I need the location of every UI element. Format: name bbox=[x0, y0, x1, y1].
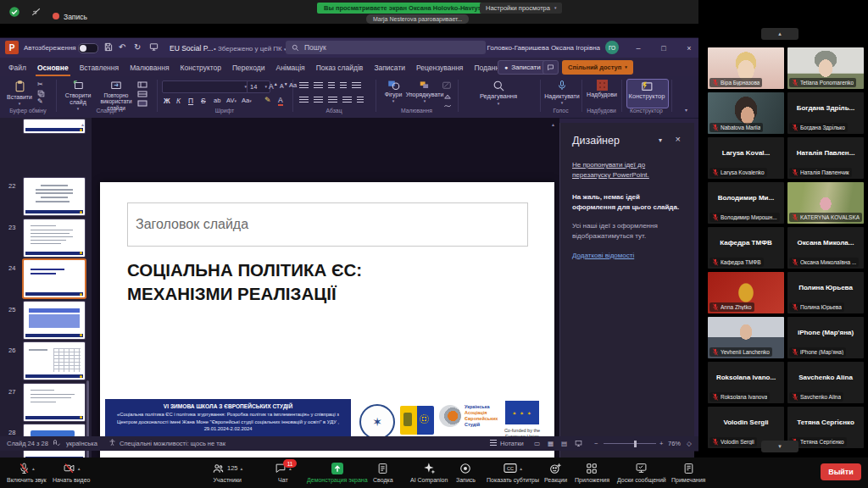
participant-tile[interactable]: Віра Бурназова bbox=[708, 47, 784, 89]
spellcheck-icon[interactable] bbox=[53, 439, 60, 446]
numbering-icon[interactable] bbox=[314, 82, 323, 89]
indent-decrease-icon[interactable] bbox=[328, 82, 335, 89]
record-button[interactable]: ●Записати bbox=[498, 60, 548, 75]
justify-icon[interactable] bbox=[342, 97, 352, 103]
current-slide[interactable]: Заголовок слайда СОЦІАЛЬНА ПОЛІТИКА ЄС: … bbox=[100, 182, 554, 469]
collapse-pane-icon[interactable]: ▾ bbox=[659, 136, 662, 144]
toolbar-apps-button[interactable]: Приложения bbox=[575, 461, 609, 483]
chevron-up-icon[interactable]: ▴ bbox=[241, 466, 243, 471]
char-spacing-button[interactable]: AV▾ bbox=[226, 97, 236, 104]
tab-Записати[interactable]: Записати bbox=[372, 61, 407, 76]
participant-tile[interactable]: Полина ЮрьеваПолина Юрьева bbox=[787, 272, 864, 313]
font-size-select[interactable]: 14▾ bbox=[247, 80, 270, 93]
participant-tile[interactable]: KATERYNA KOVALSKA bbox=[787, 182, 864, 224]
slide-heading[interactable]: СОЦІАЛЬНА ПОЛІТИКА ЄС: МЕХАНІЗМИ РЕАЛІЗА… bbox=[127, 258, 362, 307]
font-name-select[interactable]: ▾ bbox=[162, 80, 250, 93]
account-name[interactable]: Головко-Гавришева Оксана Ігорівна bbox=[475, 44, 600, 52]
bold-button[interactable]: Ж bbox=[164, 97, 170, 105]
view-slideshow-icon[interactable] bbox=[575, 440, 582, 447]
grow-font-icon[interactable]: A▲ bbox=[269, 81, 278, 91]
toolbar-share-button[interactable]: Демонстрация экрана bbox=[307, 461, 368, 483]
toolbar-start-video-button[interactable]: ▴Начать видео bbox=[53, 461, 90, 483]
shadow-button[interactable]: ab bbox=[214, 97, 220, 104]
chevron-up-icon[interactable]: ▴ bbox=[520, 466, 522, 471]
shrink-font-icon[interactable]: A▼ bbox=[280, 81, 288, 89]
addins-button[interactable]: Надбудови bbox=[586, 80, 618, 98]
tab-Показ слайдів[interactable]: Показ слайдів bbox=[314, 61, 365, 76]
arrange-button[interactable]: Упорядкувати▾ bbox=[408, 80, 442, 103]
slide-title-placeholder[interactable]: Заголовок слайда bbox=[127, 202, 528, 247]
sections-icon[interactable] bbox=[137, 100, 147, 107]
leave-meeting-button[interactable]: Выйти bbox=[821, 463, 861, 480]
participant-tile[interactable]: Roksolana Ivano...Roksolana Ivanova bbox=[708, 362, 784, 403]
participant-tile[interactable]: Кафедра ТМФВКафедра ТМФВ bbox=[708, 227, 784, 269]
zoom-out-button[interactable]: − bbox=[594, 440, 598, 447]
chevron-up-icon[interactable]: ▴ bbox=[32, 466, 35, 471]
tab-Малювання[interactable]: Малювання bbox=[128, 61, 170, 76]
close-button[interactable]: × bbox=[680, 42, 698, 54]
slide-thumbnail-22[interactable] bbox=[24, 178, 85, 215]
strikethrough-button[interactable]: S bbox=[201, 97, 206, 105]
slide-thumbnail-23[interactable] bbox=[24, 219, 85, 257]
columns-icon[interactable] bbox=[357, 97, 364, 103]
shape-fill-icon[interactable] bbox=[443, 93, 452, 101]
document-title[interactable]: EU Social P... bbox=[170, 44, 213, 53]
reset-slide-icon[interactable] bbox=[137, 91, 147, 97]
avatar[interactable]: ГО bbox=[605, 41, 619, 54]
participant-tile[interactable]: Anna Zhytko bbox=[708, 272, 784, 313]
editing-button[interactable]: Редагування▾ bbox=[476, 80, 520, 106]
toolbar-chat-button[interactable]: 11▴Чат bbox=[275, 461, 292, 483]
next-page-button[interactable]: ▾ bbox=[761, 441, 798, 452]
zoom-slider-thumb[interactable] bbox=[634, 441, 637, 447]
participant-tile[interactable]: Yevhenii Lanchenko bbox=[708, 317, 784, 358]
tab-Анімація[interactable]: Анімація bbox=[275, 61, 307, 76]
participant-tile[interactable]: Tetiana Ponomarenko bbox=[787, 47, 864, 89]
share-button[interactable]: Спільний доступ▾ bbox=[562, 60, 633, 75]
bullets-icon[interactable] bbox=[299, 82, 309, 89]
tab-Конструктор[interactable]: Конструктор bbox=[179, 61, 223, 76]
font-color-button[interactable]: A bbox=[278, 96, 283, 106]
view-sorter-icon[interactable]: ▦ bbox=[548, 440, 554, 447]
tab-Файл[interactable]: Файл bbox=[7, 61, 28, 76]
copy-icon[interactable] bbox=[37, 90, 45, 97]
participant-tile[interactable]: iPhone (Мар'яна)iPhone (Мар'яна) bbox=[787, 317, 864, 358]
more-info-link[interactable]: Додаткові відомості bbox=[572, 252, 682, 259]
comments-button[interactable] bbox=[542, 60, 559, 75]
save-icon[interactable] bbox=[103, 42, 113, 52]
minimize-button[interactable]: – bbox=[629, 42, 648, 54]
toolbar-record-button[interactable]: Запись bbox=[456, 461, 476, 483]
toolbar-boards-button[interactable]: Доски сообщений bbox=[617, 461, 666, 483]
tab-Рецензування[interactable]: Рецензування bbox=[415, 61, 465, 76]
participant-tile[interactable]: Nabatova Mariia bbox=[708, 92, 784, 134]
align-left-icon[interactable] bbox=[299, 97, 309, 103]
toolbar-reactions-button[interactable]: Реакции bbox=[544, 461, 567, 483]
format-painter-icon[interactable]: ✎ bbox=[37, 97, 43, 105]
clear-format-icon[interactable]: Aa bbox=[289, 81, 297, 89]
scroll-up-icon[interactable]: ▴ bbox=[81, 121, 84, 127]
dictate-button[interactable]: Надиктувати▾ bbox=[546, 80, 578, 105]
fit-slide-icon[interactable]: ◇ bbox=[687, 440, 692, 447]
accessibility-icon[interactable] bbox=[108, 439, 116, 446]
designer-button[interactable] bbox=[626, 79, 669, 108]
indent-increase-icon[interactable] bbox=[340, 82, 347, 89]
change-case-button[interactable]: Aa▾ bbox=[242, 97, 252, 104]
participant-tile[interactable]: Larysa Koval...Larysa Kovalenko bbox=[708, 137, 784, 179]
toolbar-captions-button[interactable]: CC▴Показать субтитры bbox=[487, 461, 539, 483]
participant-tile[interactable]: Богдана Здріль...Богдана Здрілько bbox=[787, 92, 864, 134]
participant-tile[interactable]: Оксана Микола...Оксана Миколаївна ... bbox=[787, 227, 864, 269]
notes-toggle[interactable]: Нотатки bbox=[500, 440, 524, 447]
slide-thumbnail-partial[interactable] bbox=[24, 119, 85, 133]
highlight-button[interactable]: ✎ bbox=[264, 96, 271, 104]
toolbar-ai-companion-button[interactable]: AI Companion bbox=[410, 461, 448, 483]
collapse-gallery-button[interactable]: ▴ bbox=[761, 28, 798, 40]
reuse-slides-button[interactable]: Повторно використати слайди bbox=[97, 80, 136, 111]
layout-icon[interactable] bbox=[137, 81, 147, 88]
toolbar-unmute-button[interactable]: ▴Включить звук bbox=[7, 461, 47, 483]
slide-thumbnail-27[interactable] bbox=[24, 384, 85, 421]
underline-button[interactable]: П bbox=[188, 97, 193, 105]
redo-icon[interactable]: ↻ bbox=[134, 43, 141, 52]
participant-tile[interactable]: Тетяна СергієнкоТетяна Сергієнко bbox=[787, 407, 864, 448]
toolbar-participants-button[interactable]: 125▴Участники bbox=[212, 461, 242, 483]
align-center-icon[interactable] bbox=[314, 97, 323, 103]
quick-styles-icon[interactable] bbox=[442, 80, 453, 91]
